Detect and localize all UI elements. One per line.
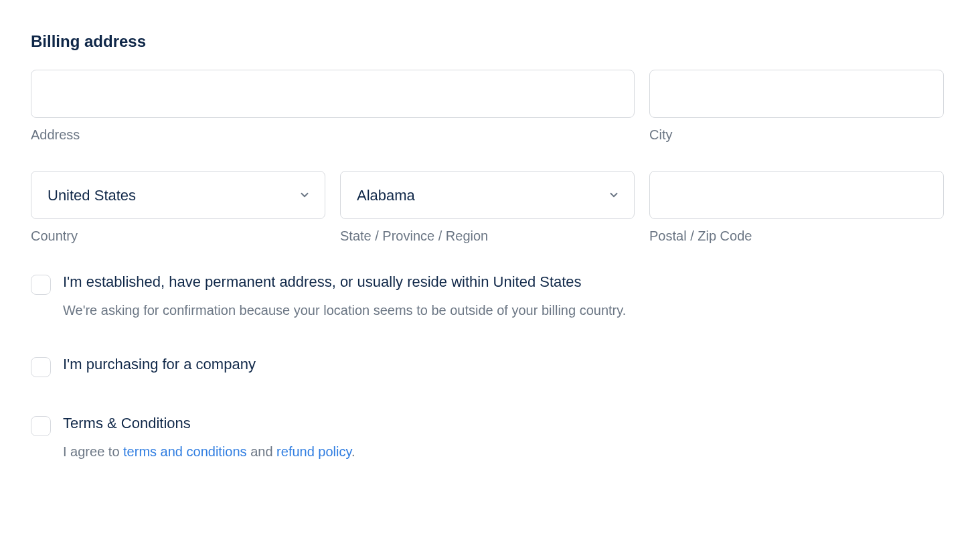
residency-check-label: I'm established, have permanent address,… xyxy=(63,273,626,291)
address-label: Address xyxy=(31,127,635,143)
postal-field: Postal / Zip Code xyxy=(649,171,944,244)
company-check-label: I'm purchasing for a company xyxy=(63,356,256,373)
address-field: Address xyxy=(31,70,635,143)
terms-suffix: . xyxy=(351,444,355,459)
postal-label: Postal / Zip Code xyxy=(649,228,944,244)
refund-policy-link[interactable]: refund policy xyxy=(276,444,351,459)
row-address-city: Address City xyxy=(31,70,949,143)
residency-check-sub: We're asking for confirmation because yo… xyxy=(63,303,626,318)
city-input[interactable] xyxy=(649,70,944,118)
postal-input[interactable] xyxy=(649,171,944,219)
section-title: Billing address xyxy=(31,32,949,51)
country-field: United States Country xyxy=(31,171,325,244)
company-check-row: I'm purchasing for a company xyxy=(31,356,949,377)
checks-section: I'm established, have permanent address,… xyxy=(31,273,949,460)
state-select[interactable]: Alabama xyxy=(340,171,635,219)
residency-checkbox[interactable] xyxy=(31,275,51,295)
terms-prefix: I agree to xyxy=(63,444,123,459)
terms-check-label: Terms & Conditions xyxy=(63,415,355,432)
state-field: Alabama State / Province / Region xyxy=(340,171,635,244)
company-checkbox[interactable] xyxy=(31,357,51,377)
city-label: City xyxy=(649,127,944,143)
terms-link[interactable]: terms and conditions xyxy=(123,444,247,459)
terms-check-row: Terms & Conditions I agree to terms and … xyxy=(31,415,949,460)
billing-address-form: Billing address Address City United Stat… xyxy=(0,0,980,460)
state-label: State / Province / Region xyxy=(340,228,635,244)
city-field: City xyxy=(649,70,944,143)
residency-check-row: I'm established, have permanent address,… xyxy=(31,273,949,318)
country-select[interactable]: United States xyxy=(31,171,325,219)
row-country-state-postal: United States Country Alabama State / Pr… xyxy=(31,171,949,244)
terms-mid: and xyxy=(247,444,276,459)
country-label: Country xyxy=(31,228,325,244)
terms-checkbox[interactable] xyxy=(31,416,51,436)
terms-check-sub: I agree to terms and conditions and refu… xyxy=(63,444,355,460)
address-input[interactable] xyxy=(31,70,635,118)
